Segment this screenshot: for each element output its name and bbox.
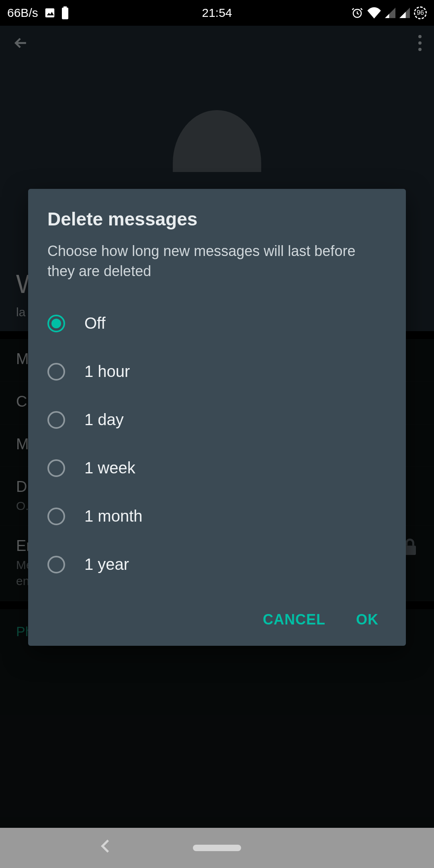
signal-2-icon [399, 8, 410, 18]
radio-option-1-day[interactable]: 1 day [47, 396, 387, 444]
radio-icon [47, 411, 65, 429]
svg-rect-0 [45, 8, 54, 18]
radio-label: 1 hour [84, 362, 130, 381]
alarm-icon [351, 7, 363, 19]
radio-label: Off [84, 314, 106, 332]
radio-option-1-year[interactable]: 1 year [47, 540, 387, 589]
ok-button[interactable]: OK [353, 603, 382, 636]
nav-home-pill[interactable] [193, 845, 241, 851]
radio-option-1-hour[interactable]: 1 hour [47, 348, 387, 396]
radio-icon [47, 315, 65, 332]
status-left: 66B/s [7, 6, 69, 20]
radio-icon [47, 508, 65, 525]
svg-rect-2 [62, 8, 68, 19]
radio-option-off[interactable]: Off [47, 299, 387, 348]
svg-marker-6 [385, 14, 389, 18]
radio-option-1-week[interactable]: 1 week [47, 444, 387, 492]
dialog-title: Delete messages [47, 208, 387, 230]
signal-1-icon [385, 8, 395, 18]
nav-back-icon[interactable] [100, 839, 110, 857]
radio-label: 1 week [84, 459, 135, 477]
delete-messages-dialog: Delete messages Choose how long new mess… [28, 189, 406, 646]
svg-rect-3 [63, 6, 67, 8]
android-nav-bar [0, 828, 434, 868]
radio-label: 1 day [84, 411, 124, 429]
radio-label: 1 month [84, 507, 143, 525]
radio-icon [47, 459, 65, 477]
data-saver-icon: 96 [414, 6, 427, 19]
cancel-button[interactable]: CANCEL [260, 603, 329, 636]
radio-option-1-month[interactable]: 1 month [47, 492, 387, 540]
photo-icon [44, 7, 56, 19]
dialog-description: Choose how long new messages will last b… [47, 241, 387, 282]
radio-icon [47, 363, 65, 381]
battery-icon [61, 6, 69, 19]
wifi-icon [367, 7, 381, 18]
radio-icon [47, 556, 65, 573]
dialog-actions: CANCEL OK [47, 603, 387, 636]
svg-marker-8 [399, 12, 406, 18]
net-speed-label: 66B/s [7, 6, 38, 20]
radio-label: 1 year [84, 555, 129, 573]
status-right: 96 [351, 6, 427, 19]
duration-radio-group: Off 1 hour 1 day 1 week 1 month 1 year [47, 299, 387, 589]
status-bar: 66B/s 21:54 96 [0, 0, 434, 26]
